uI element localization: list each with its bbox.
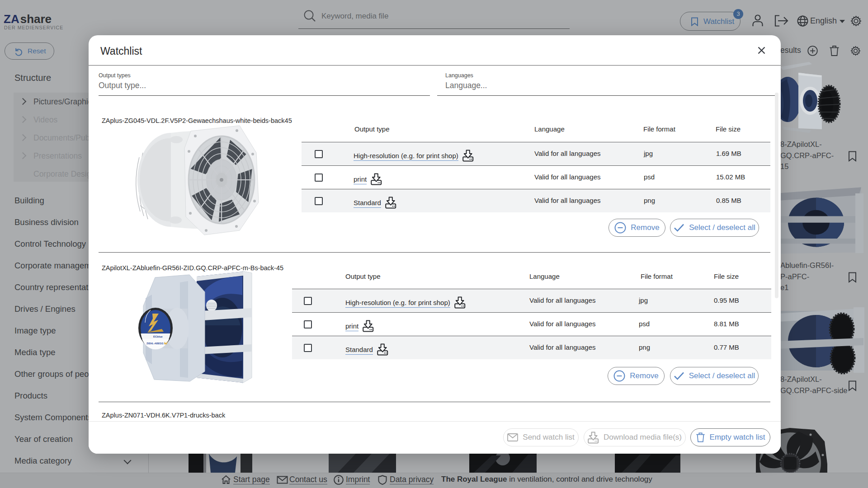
svg-text:ECblue: ECblue: [153, 335, 163, 338]
svg-text:ZIEHL-ABEGG: ZIEHL-ABEGG: [146, 342, 164, 345]
